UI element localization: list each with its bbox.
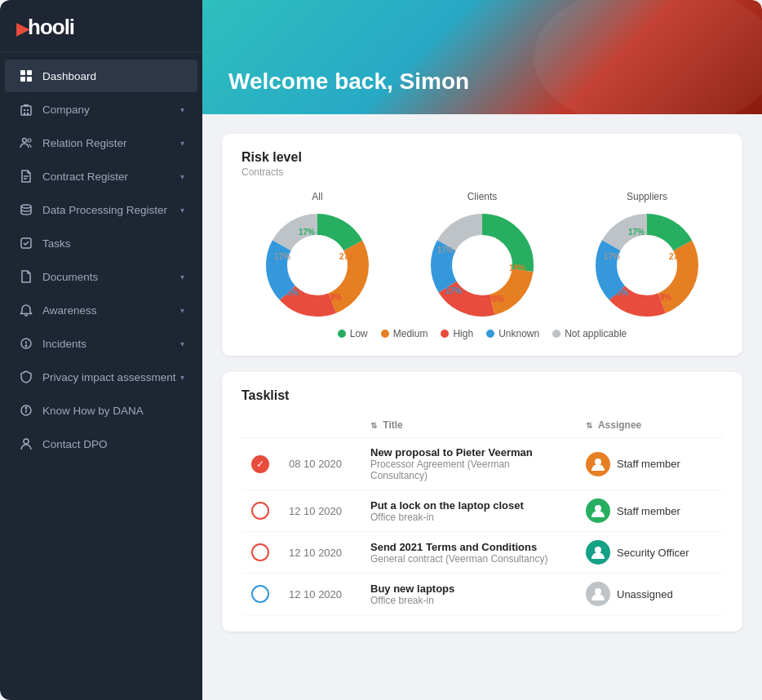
database-icon (18, 202, 34, 218)
chart-suppliers-label: Suppliers (627, 191, 667, 202)
chevron-down-icon: ▾ (180, 272, 184, 281)
sidebar-item-label: Know How by DANA (42, 405, 184, 417)
sidebar-item-tasks[interactable]: Tasks (5, 227, 197, 259)
charts-row: All (241, 191, 723, 318)
sidebar-item-label: Relation Register (42, 137, 180, 149)
svg-rect-7 (24, 113, 25, 115)
task-status-cell: ✓ (241, 438, 279, 490)
svg-text:27%: 27% (339, 252, 356, 261)
users-icon (18, 135, 34, 151)
chevron-down-icon: ▾ (180, 206, 184, 215)
sidebar-item-company[interactable]: Company ▾ (5, 93, 197, 126)
table-row[interactable]: 12 10 2020 Buy new laptops Office break-… (241, 574, 723, 615)
svg-text:19%: 19% (655, 293, 671, 302)
task-col-assignee[interactable]: ⇅ Assignee (576, 413, 723, 438)
sidebar-item-label: Contact DPO (42, 438, 184, 450)
svg-point-9 (23, 139, 27, 143)
svg-rect-3 (27, 77, 32, 82)
task-subtitle: Processor Agreement (Veerman Consultancy… (370, 459, 566, 481)
legend-dot-high (441, 330, 449, 338)
task-status-cell (241, 532, 279, 574)
table-row[interactable]: 12 10 2020 Put a lock on the laptop clos… (241, 490, 723, 532)
task-status-cell (241, 574, 279, 615)
sidebar-item-know-how[interactable]: Know How by DANA (5, 394, 197, 427)
legend-label-high: High (453, 328, 473, 339)
sidebar-item-data-processing[interactable]: Data Processing Register ▾ (5, 193, 197, 226)
sidebar-item-label: Data Processing Register (42, 204, 180, 216)
task-title: New proposal to Pieter Veerman (370, 446, 566, 459)
assignee-name: Unassigned (617, 588, 673, 600)
bell-icon (18, 302, 34, 318)
legend-dot-na (552, 330, 560, 338)
task-title-cell: Send 2021 Terms and Conditions General c… (361, 532, 576, 574)
sidebar-item-label: Privacy impact assessment (42, 371, 180, 383)
person-icon (18, 436, 34, 452)
sidebar-item-documents[interactable]: Documents ▾ (5, 260, 197, 293)
chevron-down-icon: ▾ (180, 139, 184, 148)
task-check-open (251, 502, 269, 520)
table-row[interactable]: 12 10 2020 Send 2021 Terms and Condition… (241, 532, 723, 574)
assignee-name: Security Officer (617, 547, 689, 559)
task-check-done: ✓ (251, 455, 269, 473)
legend-dot-medium (381, 330, 389, 338)
task-assignee-cell: Unassigned (576, 574, 723, 615)
sidebar-item-relation-register[interactable]: Relation Register ▾ (5, 126, 197, 159)
tasklist-title: Tasklist (241, 388, 723, 403)
chevron-down-icon: ▾ (180, 105, 184, 114)
chart-all: All (264, 191, 370, 318)
chevron-down-icon: ▾ (180, 339, 184, 348)
sidebar-item-incidents[interactable]: Incidents ▾ (5, 327, 197, 360)
sort-icon: ⇅ (586, 421, 592, 430)
content-area: Risk level Contracts All (202, 114, 762, 651)
legend-dot-unknown (486, 330, 494, 338)
svg-text:19%: 19% (326, 293, 342, 302)
alert-icon (18, 335, 34, 352)
legend-label-na: Not applicable (565, 328, 627, 339)
svg-text:17%: 17% (628, 228, 645, 237)
task-title: Send 2021 Terms and Conditions (370, 541, 566, 553)
legend-high: High (441, 328, 473, 339)
sidebar-item-label: Documents (42, 271, 180, 283)
task-title: Buy new laptops (370, 583, 566, 595)
sidebar-item-privacy-impact[interactable]: Privacy impact assessment ▾ (5, 361, 197, 393)
svg-text:17%: 17% (445, 286, 462, 295)
chevron-down-icon: ▾ (180, 373, 184, 382)
assignee-name: Staff member (617, 505, 680, 517)
sort-icon: ⇅ (370, 421, 377, 430)
risk-level-title: Risk level (241, 150, 723, 165)
svg-point-55 (595, 588, 601, 595)
table-row[interactable]: ✓ 08 10 2020 New proposal to Pieter Veer… (241, 438, 723, 490)
legend-unknown: Unknown (486, 328, 539, 339)
logo-container: ▶hooli (0, 0, 202, 52)
svg-point-54 (595, 547, 601, 553)
header-banner: Welcome back, Simon (202, 0, 762, 114)
sidebar-item-label: Contract Register (42, 171, 180, 183)
chevron-down-icon: ▾ (180, 172, 184, 181)
svg-text:19%: 19% (509, 264, 525, 272)
sidebar-item-contact-dpo[interactable]: Contact DPO (5, 428, 197, 460)
svg-text:27%: 27% (482, 223, 498, 232)
task-check-open (251, 543, 269, 561)
sidebar-item-dashboard[interactable]: Dashboard (5, 60, 197, 92)
task-title-cell: New proposal to Pieter Veerman Processor… (361, 438, 576, 490)
sidebar-item-label: Tasks (42, 237, 184, 250)
chart-suppliers-pie: 17% 27% 19% 20% 17% (594, 212, 700, 318)
legend-label-medium: Medium (393, 328, 428, 339)
file-icon (18, 168, 34, 184)
sidebar-item-awareness[interactable]: Awareness ▾ (5, 294, 197, 326)
sidebar-item-label: Awareness (42, 304, 180, 317)
task-col-title[interactable]: ⇅ Title (361, 413, 576, 438)
assignee-cell: Staff member (586, 498, 713, 523)
app-logo: ▶hooli (16, 15, 74, 39)
building-icon (18, 101, 34, 117)
svg-text:20%: 20% (282, 288, 299, 297)
task-title-cell: Put a lock on the laptop closet Office b… (361, 490, 576, 532)
assignee-cell: Staff member (586, 452, 713, 476)
svg-rect-5 (24, 109, 25, 111)
sidebar-item-contract-register[interactable]: Contract Register ▾ (5, 160, 197, 193)
task-subtitle: General contract (Veerman Consultancy) (370, 553, 566, 565)
sidebar-item-label: Incidents (42, 338, 180, 350)
assignee-cell: Unassigned (586, 582, 713, 606)
svg-rect-4 (21, 106, 31, 115)
tasklist-card: Tasklist ⇅ Title ⇅ Assignee (222, 372, 742, 631)
